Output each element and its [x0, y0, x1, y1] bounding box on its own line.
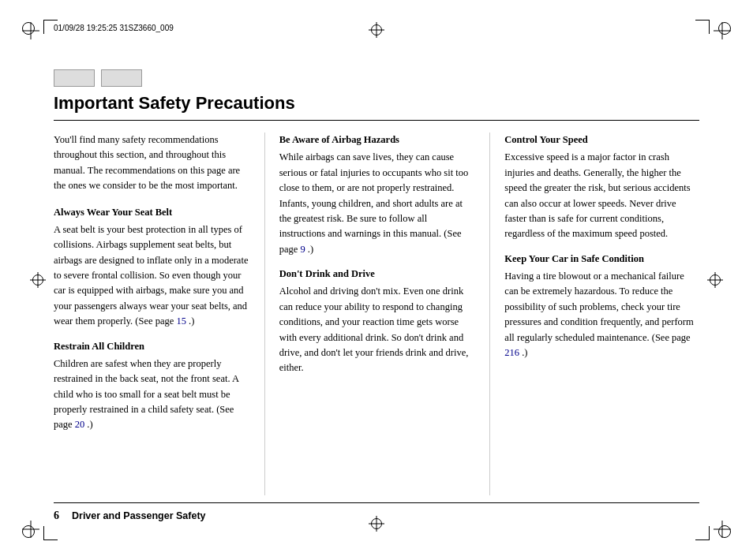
intro-text: You'll find many safety recommendations … — [54, 133, 249, 194]
subsection-drink-drive-body: Alcohol and driving don't mix. Even one … — [279, 286, 469, 373]
subsection-speed: Control Your Speed Excessive speed is a … — [504, 133, 699, 242]
crosshair-right — [707, 272, 723, 288]
children-body-after: .) — [84, 419, 92, 430]
car-condition-body-after: .) — [519, 347, 527, 358]
subsection-seat-belt-body: A seat belt is your best protection in a… — [54, 224, 248, 327]
seat-belt-body-after: .) — [186, 315, 194, 327]
crosshair-left — [30, 272, 46, 288]
title-rule — [54, 120, 699, 121]
meta-timestamp: 01/09/28 19:25:25 31SZ3660_009 — [54, 24, 174, 32]
crosshair-top — [369, 22, 384, 38]
page: 01/09/28 19:25:25 31SZ3660_009 Important… — [0, 0, 753, 560]
column-1: You'll find many safety recommendations … — [54, 133, 264, 495]
crosshair-bottom — [369, 516, 384, 532]
color-bar-2 — [101, 69, 142, 87]
subsection-car-condition-title: Keep Your Car in Safe Condition — [504, 252, 699, 267]
subsection-speed-title: Control Your Speed — [504, 133, 699, 147]
subsection-drink-drive-title: Don't Drink and Drive — [279, 267, 474, 282]
subsection-seat-belt-title: Always Wear Your Seat Belt — [54, 205, 249, 220]
page-title: Important Safety Precautions — [54, 93, 295, 114]
color-bar-1 — [54, 69, 95, 87]
color-bars — [54, 69, 142, 87]
subsection-airbag-title: Be Aware of Airbag Hazards — [279, 133, 474, 147]
subsection-car-condition: Keep Your Car in Safe Condition Having a… — [504, 252, 699, 361]
page-number: 6 — [54, 510, 59, 522]
subsection-airbag: Be Aware of Airbag Hazards While airbags… — [279, 133, 474, 257]
car-condition-link[interactable]: 216 — [504, 347, 519, 358]
airbag-body-after: .) — [305, 244, 313, 255]
subsection-children-title: Restrain All Children — [54, 339, 249, 354]
bottom-rule — [54, 502, 699, 503]
reg-mark-bottom-right — [714, 521, 731, 538]
subsection-speed-body: Excessive speed is a major factor in cra… — [504, 151, 690, 239]
column-3: Control Your Speed Excessive speed is a … — [489, 133, 699, 495]
reg-mark-top-left — [22, 22, 39, 39]
subsection-airbag-body: While airbags can save lives, they can c… — [279, 151, 469, 254]
subsection-seat-belt: Always Wear Your Seat Belt A seat belt i… — [54, 205, 249, 330]
bracket-bottom-right — [695, 526, 710, 540]
subsection-children: Restrain All Children Children are safes… — [54, 339, 249, 433]
footer-section-title: Driver and Passenger Safety — [72, 510, 206, 521]
column-2: Be Aware of Airbag Hazards While airbags… — [264, 133, 490, 495]
reg-mark-bottom-left — [22, 521, 39, 538]
bracket-top-right — [695, 20, 710, 34]
subsection-car-condition-body: Having a tire blowout or a mechanical fa… — [504, 271, 693, 343]
content-area: You'll find many safety recommendations … — [54, 133, 699, 495]
children-link[interactable]: 20 — [75, 419, 85, 430]
subsection-drink-drive: Don't Drink and Drive Alcohol and drivin… — [279, 267, 474, 376]
footer: 6 Driver and Passenger Safety — [54, 510, 206, 522]
bracket-bottom-left — [43, 526, 58, 540]
reg-mark-top-right — [714, 22, 731, 39]
seat-belt-link[interactable]: 15 — [176, 315, 186, 327]
